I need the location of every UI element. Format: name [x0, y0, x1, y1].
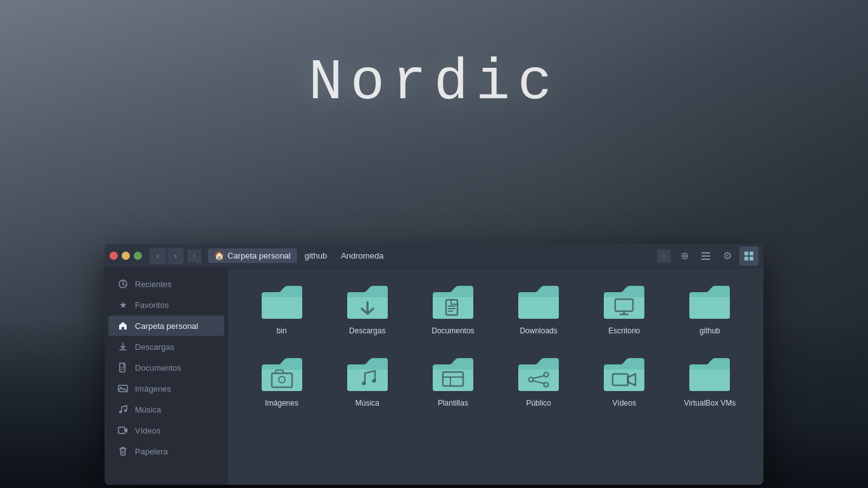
file-label-imagenes: Imágenes	[265, 399, 298, 409]
breadcrumb-area: 🏠 Carpeta personal github Andromeda	[208, 248, 653, 263]
folder-icon-plantillas	[430, 356, 476, 394]
breadcrumb-github-label: github	[305, 251, 327, 260]
folder-icon-descargas	[345, 283, 390, 321]
folder-icon-virtualbox	[687, 356, 732, 394]
sidebar-documentos-label: Documentos	[135, 363, 181, 373]
sidebar-musica-label: Música	[135, 405, 161, 414]
folder-icon-documentos	[430, 283, 476, 321]
sidebar-carpeta-label: Carpeta personal	[135, 321, 198, 331]
home-sidebar-icon	[117, 320, 129, 331]
globe-button[interactable]: ⊕	[675, 247, 694, 266]
file-item-publico[interactable]: Público	[498, 349, 580, 415]
main-content: Recientes ★ Favoritos Carpeta personal	[105, 268, 763, 485]
svg-point-14	[124, 409, 127, 412]
folder-icon-musica	[345, 356, 390, 394]
folder-icon-github	[687, 283, 732, 321]
file-label-musica: Música	[355, 399, 380, 409]
svg-rect-5	[744, 257, 748, 260]
file-label-documentos: Documentos	[431, 326, 474, 337]
file-item-documentos[interactable]: Documentos	[412, 277, 494, 343]
folder-icon-downloads	[516, 283, 561, 321]
breadcrumb-andromeda[interactable]: Andromeda	[335, 248, 390, 263]
file-item-bin[interactable]: bin	[241, 277, 322, 343]
file-grid: bin Descargas	[241, 277, 751, 414]
file-label-downloads: Downloads	[520, 326, 557, 337]
file-item-videos[interactable]: Vídeos	[584, 349, 665, 415]
sidebar-item-documentos[interactable]: Documentos	[108, 357, 224, 378]
minimize-button[interactable]	[122, 252, 130, 260]
documentos-icon	[117, 362, 129, 373]
forward-button[interactable]: ›	[167, 248, 184, 264]
folder-icon-publico	[516, 356, 561, 394]
panel-button[interactable]	[739, 247, 758, 266]
breadcrumb-back[interactable]: ‹	[188, 249, 201, 263]
file-item-downloads[interactable]: Downloads	[498, 277, 580, 343]
recientes-icon	[117, 278, 129, 290]
svg-rect-1	[701, 255, 710, 257]
sidebar-recientes-label: Recientes	[135, 279, 172, 289]
musica-icon	[117, 404, 129, 415]
folder-icon-imagenes	[259, 356, 305, 394]
sidebar-item-videos[interactable]: Vídeos	[108, 420, 224, 440]
sidebar-imagenes-label: Imágenes	[135, 384, 171, 394]
sidebar-item-imagenes[interactable]: Imágenes	[108, 378, 224, 399]
imagenes-icon	[117, 383, 129, 394]
close-button[interactable]	[110, 252, 118, 260]
file-item-escritorio[interactable]: Escritorio	[584, 277, 665, 343]
sidebar-item-musica[interactable]: Música	[108, 399, 224, 420]
file-item-github[interactable]: github	[669, 277, 751, 343]
svg-point-29	[372, 379, 376, 383]
sidebar-item-papelera[interactable]: Papelera	[108, 441, 224, 461]
svg-rect-4	[750, 252, 753, 255]
titlebar: ‹ › ‹ 🏠 Carpeta personal github Andromed…	[105, 244, 763, 268]
folder-icon-escritorio	[601, 283, 647, 321]
sidebar-papelera-label: Papelera	[135, 447, 168, 456]
file-item-descargas[interactable]: Descargas	[326, 277, 408, 343]
settings-button[interactable]: ⚙	[718, 247, 737, 266]
sidebar-descargas-label: Descargas	[135, 342, 174, 352]
file-item-virtualbox[interactable]: VirtualBox VMs	[669, 349, 751, 415]
svg-rect-6	[750, 257, 753, 260]
papelera-icon	[117, 446, 129, 457]
file-label-plantillas: Plantillas	[438, 399, 468, 409]
breadcrumb-home[interactable]: 🏠 Carpeta personal	[208, 248, 297, 263]
toolbar-right: ⊕ ⚙	[675, 247, 758, 266]
videos-icon	[117, 425, 129, 436]
folder-icon-bin	[259, 283, 305, 321]
maximize-button[interactable]	[134, 252, 142, 260]
sidebar-item-recientes[interactable]: Recientes	[108, 274, 224, 294]
breadcrumb-github[interactable]: github	[298, 248, 333, 263]
file-item-plantillas[interactable]: Plantillas	[412, 349, 494, 415]
descargas-icon	[117, 341, 129, 352]
file-manager-window: ‹ › ‹ 🏠 Carpeta personal github Andromed…	[105, 244, 763, 485]
file-label-github: github	[699, 326, 720, 337]
favoritos-icon: ★	[117, 299, 129, 311]
breadcrumb-forward[interactable]: ›	[657, 249, 671, 263]
home-icon: 🏠	[214, 251, 224, 260]
file-item-imagenes[interactable]: Imágenes	[241, 349, 322, 415]
svg-rect-3	[744, 252, 748, 255]
sidebar-item-carpeta-personal[interactable]: Carpeta personal	[108, 316, 224, 336]
sidebar: Recientes ★ Favoritos Carpeta personal	[105, 268, 228, 485]
sidebar-favoritos-label: Favoritos	[135, 300, 169, 310]
svg-rect-15	[118, 427, 125, 433]
svg-point-28	[362, 382, 366, 385]
svg-point-13	[119, 411, 122, 413]
folder-icon-videos	[601, 356, 647, 394]
file-label-escritorio: Escritorio	[608, 326, 640, 337]
list-view-button[interactable]	[696, 247, 715, 266]
file-item-musica[interactable]: Música	[326, 349, 408, 415]
svg-rect-0	[701, 252, 710, 254]
file-label-videos: Vídeos	[613, 399, 636, 409]
file-grid-area: bin Descargas	[228, 268, 763, 485]
sidebar-item-favoritos[interactable]: ★ Favoritos	[108, 295, 224, 315]
sidebar-item-descargas[interactable]: Descargas	[108, 337, 224, 357]
svg-rect-2	[701, 259, 710, 260]
breadcrumb-andromeda-label: Andromeda	[341, 251, 383, 260]
file-label-descargas: Descargas	[349, 326, 385, 337]
file-label-virtualbox: VirtualBox VMs	[684, 399, 736, 409]
file-label-bin: bin	[277, 326, 287, 337]
sidebar-videos-label: Vídeos	[135, 426, 160, 435]
breadcrumb-home-label: Carpeta personal	[227, 251, 291, 260]
back-button[interactable]: ‹	[150, 248, 166, 264]
